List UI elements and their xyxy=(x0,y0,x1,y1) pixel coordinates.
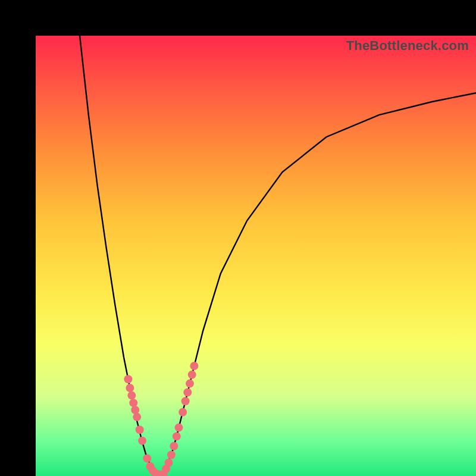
marker-dot xyxy=(178,408,187,416)
chart-svg xyxy=(36,36,476,476)
marker-dot xyxy=(138,437,146,445)
marker-dot xyxy=(186,380,194,388)
marker-dot xyxy=(164,459,173,467)
chart-plot-area: TheBottleneck.com xyxy=(36,36,476,476)
marker-dot xyxy=(136,425,144,434)
marker-dot xyxy=(175,424,183,432)
marker-dot xyxy=(188,371,196,379)
marker-dot xyxy=(190,362,198,370)
marker-dot xyxy=(131,406,139,414)
marker-dot xyxy=(124,375,132,383)
marker-group xyxy=(124,362,198,476)
marker-dot xyxy=(181,397,190,405)
chart-frame: TheBottleneck.com xyxy=(0,0,476,476)
marker-dot xyxy=(170,442,178,450)
marker-dot xyxy=(167,450,176,459)
marker-dot xyxy=(126,384,134,392)
bottleneck-curve-right xyxy=(159,93,476,475)
marker-dot xyxy=(133,413,141,421)
marker-dot xyxy=(127,392,136,400)
marker-dot xyxy=(183,388,192,396)
marker-dot xyxy=(173,432,181,440)
bottleneck-curve-left xyxy=(80,36,159,475)
marker-dot xyxy=(143,454,151,462)
marker-dot xyxy=(129,399,137,407)
